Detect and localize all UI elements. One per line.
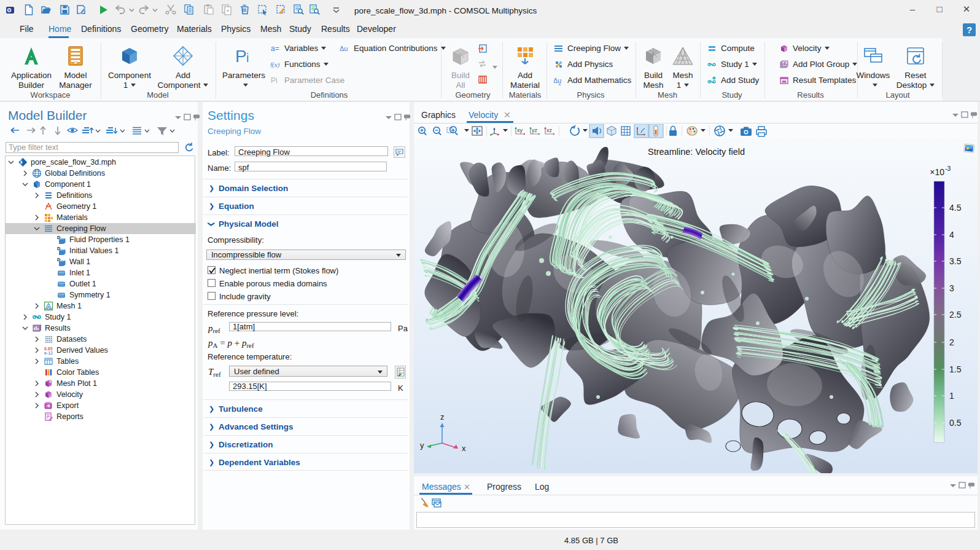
svg-text:P: P bbox=[235, 47, 247, 66]
svg-text:2: 2 bbox=[949, 337, 954, 347]
svg-text:1: 1 bbox=[949, 391, 954, 401]
svg-text:×10: ×10 bbox=[930, 167, 944, 177]
svg-text:i: i bbox=[246, 51, 249, 65]
svg-text:-3: -3 bbox=[945, 165, 951, 172]
svg-text:yz: yz bbox=[532, 127, 538, 133]
svg-text:a=: a= bbox=[271, 44, 279, 53]
svg-text:f(x): f(x) bbox=[271, 61, 280, 69]
svg-text:e-12: e-12 bbox=[44, 351, 53, 355]
svg-text:y: y bbox=[420, 441, 424, 450]
svg-text:Δu: Δu bbox=[554, 77, 561, 84]
svg-text:z: z bbox=[440, 412, 445, 422]
svg-text:D: D bbox=[57, 257, 61, 262]
svg-text:Streamline: Velocity field: Streamline: Velocity field bbox=[648, 147, 745, 157]
svg-text:Δu: Δu bbox=[340, 45, 348, 52]
svg-text:x: x bbox=[462, 444, 466, 453]
svg-text:D: D bbox=[57, 246, 61, 251]
svg-text:2.5: 2.5 bbox=[949, 310, 962, 320]
svg-text:4: 4 bbox=[949, 230, 954, 240]
svg-text:3: 3 bbox=[949, 283, 954, 293]
svg-text:D: D bbox=[57, 235, 61, 240]
svg-text:Pi: Pi bbox=[271, 76, 278, 85]
svg-text:xy: xy bbox=[517, 127, 523, 133]
svg-text:0.5: 0.5 bbox=[949, 418, 962, 428]
svg-text:3.5: 3.5 bbox=[949, 256, 962, 266]
svg-text:4.5: 4.5 bbox=[949, 203, 962, 213]
svg-text:8.85: 8.85 bbox=[44, 347, 53, 351]
svg-text:xz: xz bbox=[546, 127, 553, 133]
svg-text:1.5: 1.5 bbox=[949, 364, 962, 374]
